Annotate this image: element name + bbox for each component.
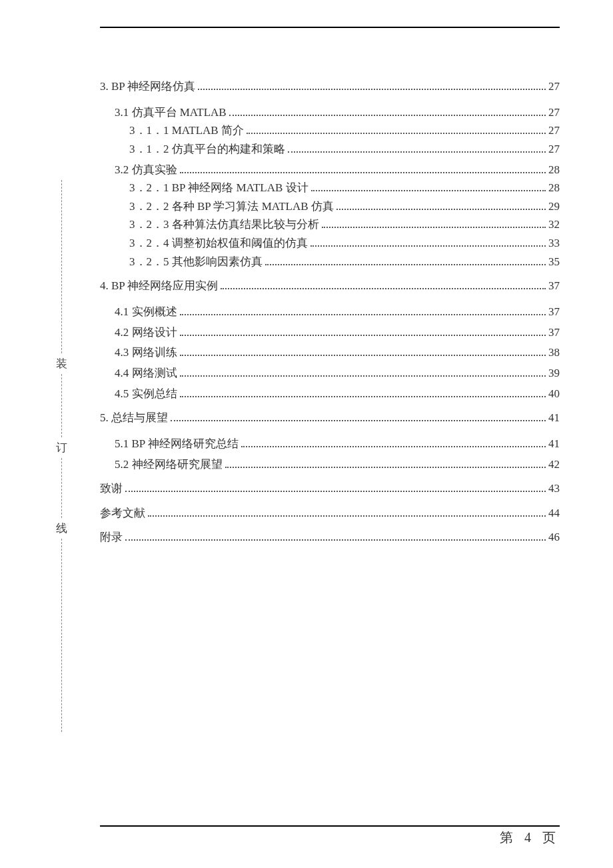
toc-page: 41 [548, 436, 560, 453]
table-of-contents: 3. BP 神经网络仿真 27 3.1 仿真平台 MATLAB 27 3．1．1… [100, 28, 560, 546]
toc-leader [225, 459, 546, 468]
toc-page: 27 [548, 105, 560, 121]
toc-leader [125, 483, 546, 493]
toc-title: 3．2．2 各种 BP 学习算法 MATLAB 仿真 [129, 199, 334, 215]
binding-margin: 装 订 线 [55, 180, 68, 727]
toc-leader [180, 367, 546, 377]
toc-item-ch4: 4. BP 神经网络应用实例 37 [100, 278, 560, 295]
toc-leader [180, 347, 546, 357]
toc-leader [180, 388, 546, 397]
binding-char-xian: 线 [55, 518, 68, 539]
toc-item-ch5: 5. 总结与展望 41 [100, 410, 560, 427]
toc-title: 3．2．3 各种算法仿真结果比较与分析 [129, 217, 319, 233]
toc-page: 37 [548, 325, 560, 341]
footer-page-prefix: 第 [500, 830, 517, 845]
toc-item-5-1: 5.1 BP 神经网络研究总结 41 [100, 436, 560, 453]
toc-item-3-2-1: 3．2．1 BP 神经网络 MATLAB 设计 28 [100, 180, 560, 197]
toc-title: 3．2．1 BP 神经网络 MATLAB 设计 [129, 180, 308, 197]
toc-page: 37 [548, 304, 560, 321]
toc-page: 42 [548, 457, 560, 473]
toc-title: 3. BP 神经网络仿真 [100, 79, 195, 95]
toc-item-appendix: 附录 46 [100, 529, 560, 546]
toc-title: 5.2 神经网络研究展望 [115, 457, 223, 473]
toc-item-4-5: 4.5 实例总结 40 [100, 386, 560, 403]
toc-title: 4.3 网络训练 [115, 345, 177, 361]
toc-page: 46 [548, 529, 560, 546]
toc-leader [171, 413, 546, 422]
toc-page: 27 [548, 123, 560, 139]
toc-item-3-2-3: 3．2．3 各种算法仿真结果比较与分析 32 [100, 217, 560, 233]
binding-dash [61, 374, 62, 437]
toc-page: 40 [548, 386, 560, 403]
toc-item-4-1: 4.1 实例概述 37 [100, 304, 560, 321]
toc-title: 5. 总结与展望 [100, 410, 168, 427]
toc-leader [221, 281, 546, 290]
binding-char-ding: 订 [55, 437, 68, 458]
toc-title: 3．1．2 仿真平台的构建和策略 [129, 141, 285, 158]
toc-item-3-2-2: 3．2．2 各种 BP 学习算法 MATLAB 仿真 29 [100, 199, 560, 215]
toc-item-3-1: 3.1 仿真平台 MATLAB 27 [100, 105, 560, 121]
toc-title: 4. BP 神经网络应用实例 [100, 278, 218, 295]
toc-leader [288, 143, 546, 153]
toc-item-4-2: 4.2 网络设计 37 [100, 325, 560, 341]
toc-page: 44 [548, 505, 560, 522]
binding-dash [61, 180, 62, 353]
toc-page: 39 [548, 365, 560, 382]
toc-page: 27 [548, 79, 560, 95]
footer-page-number: 4 [524, 830, 535, 845]
toc-leader [322, 219, 546, 229]
toc-item-4-4: 4.4 网络测试 39 [100, 365, 560, 382]
toc-title: 3．2．5 其他影响因素仿真 [129, 254, 263, 271]
toc-title: 4.2 网络设计 [115, 325, 177, 341]
toc-leader [180, 306, 546, 315]
toc-page: 32 [548, 217, 560, 233]
footer-page-suffix: 页 [542, 830, 560, 845]
toc-page: 41 [548, 410, 560, 427]
toc-leader [265, 256, 546, 265]
toc-page: 43 [548, 481, 560, 497]
toc-item-3-1-1: 3．1．1 MATLAB 简介 27 [100, 123, 560, 139]
toc-title: 3.2 仿真实验 [115, 162, 177, 179]
toc-title: 4.4 网络测试 [115, 365, 177, 382]
binding-dash [61, 458, 62, 518]
toc-title: 附录 [100, 529, 123, 546]
toc-leader [198, 81, 546, 90]
binding-char-zhuang: 装 [55, 353, 68, 374]
toc-leader [180, 164, 546, 173]
toc-title: 3．1．1 MATLAB 简介 [129, 123, 244, 139]
toc-page: 29 [548, 199, 560, 215]
toc-title: 4.5 实例总结 [115, 386, 177, 403]
toc-title: 参考文献 [100, 505, 145, 522]
toc-item-3-2: 3.2 仿真实验 28 [100, 162, 560, 179]
toc-item-3-2-4: 3．2．4 调整初始权值和阈值的仿真 33 [100, 235, 560, 252]
toc-item-3-2-5: 3．2．5 其他影响因素仿真 35 [100, 254, 560, 271]
toc-leader [125, 532, 546, 541]
toc-page: 35 [548, 254, 560, 271]
toc-title: 5.1 BP 神经网络研究总结 [115, 436, 239, 453]
toc-page: 28 [548, 180, 560, 197]
toc-page: 38 [548, 345, 560, 361]
toc-leader [180, 327, 546, 336]
toc-item-3-1-2: 3．1．2 仿真平台的构建和策略 27 [100, 141, 560, 158]
page-footer: 第 4 页 [500, 829, 560, 847]
document-page: 3. BP 神经网络仿真 27 3.1 仿真平台 MATLAB 27 3．1．1… [100, 27, 560, 827]
toc-item-references: 参考文献 44 [100, 505, 560, 522]
toc-title: 3．2．4 调整初始权值和阈值的仿真 [129, 235, 308, 252]
toc-item-ch3: 3. BP 神经网络仿真 27 [100, 79, 560, 95]
toc-title: 致谢 [100, 481, 123, 497]
toc-leader [148, 507, 546, 517]
toc-leader [336, 201, 546, 210]
toc-leader [247, 125, 546, 135]
toc-leader [241, 438, 546, 447]
toc-page: 33 [548, 235, 560, 252]
toc-page: 28 [548, 162, 560, 179]
binding-dash [61, 539, 62, 732]
toc-leader [229, 107, 546, 116]
toc-leader [310, 238, 546, 247]
toc-page: 27 [548, 141, 560, 158]
toc-title: 3.1 仿真平台 MATLAB [115, 105, 227, 121]
toc-title: 4.1 实例概述 [115, 304, 177, 321]
toc-item-5-2: 5.2 神经网络研究展望 42 [100, 457, 560, 473]
toc-leader [311, 183, 546, 192]
toc-item-acknowledgements: 致谢 43 [100, 481, 560, 497]
